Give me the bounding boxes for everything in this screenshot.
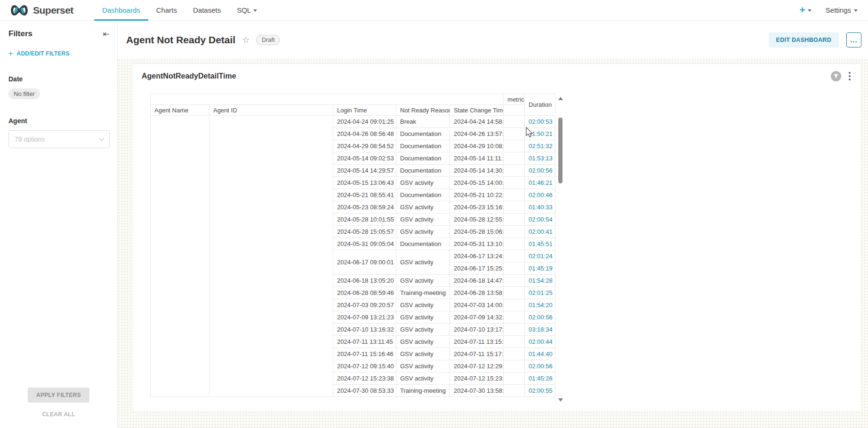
state-change-time-cell: 2024-05-21 10:22:22 <box>450 189 504 201</box>
duration-cell: 02:00:54 <box>525 214 555 226</box>
col-header-not-ready-reason: Not Ready Reason <box>396 105 450 116</box>
metric-spacer-cell <box>504 262 525 275</box>
nav-tab-sql-label: SQL <box>237 6 251 14</box>
duration-cell: 02:00:46 <box>525 189 555 201</box>
collapse-filter-panel-icon[interactable]: ⇤ <box>103 30 110 38</box>
date-filter-value-chip[interactable]: No filter <box>8 88 40 99</box>
kebab-menu-icon[interactable] <box>848 71 852 81</box>
plus-icon: + <box>8 50 13 57</box>
duration-cell: 01:54:20 <box>525 299 555 311</box>
state-change-time-cell: 2024-06-28 13:58:57 <box>450 287 504 299</box>
settings-menu-button[interactable]: Settings <box>826 6 858 14</box>
metric-spacer-cell <box>504 311 525 324</box>
page-title: Agent Not Ready Detail <box>126 34 235 46</box>
table-row: 2024-04-24 09:01:25Break2024-04-24 14:58… <box>151 116 555 128</box>
metric-spacer-cell <box>504 116 525 128</box>
new-item-button[interactable]: + <box>800 6 812 15</box>
scroll-down-icon[interactable] <box>558 398 563 402</box>
not-ready-reason-cell: GSV activity <box>396 311 450 324</box>
col-header-agent-id: Agent ID <box>209 105 333 116</box>
nav-tab-sql[interactable]: SQL <box>229 0 265 20</box>
metric-spacer-cell <box>504 299 525 311</box>
not-ready-reason-cell: GSV activity <box>396 250 450 275</box>
dashboard-header: Agent Not Ready Detail ☆ Draft EDIT DASH… <box>118 21 868 59</box>
state-change-time-cell: 2024-05-28 15:06:16 <box>450 226 504 238</box>
not-ready-reason-cell: Documentation <box>396 165 450 177</box>
filters-sidebar: Filters ⇤ + ADD/EDIT FILTERS Date No fil… <box>0 21 118 428</box>
scrollbar-thumb[interactable] <box>558 118 563 183</box>
state-change-time-cell: 2024-07-11 15:17:05 <box>450 348 504 360</box>
nav-tab-datasets[interactable]: Datasets <box>185 0 229 20</box>
duration-cell: 01:45:19 <box>525 262 555 275</box>
not-ready-reason-cell: Documentation <box>396 152 450 165</box>
metric-spacer-cell <box>504 201 525 214</box>
date-filter-group: Date No filter <box>8 75 110 99</box>
login-time-cell: 2024-05-21 08:55:41 <box>333 189 396 201</box>
login-time-cell: 2024-07-03 09:20:57 <box>333 299 396 311</box>
state-change-time-cell: 2024-05-28 12:55:32 <box>450 214 504 226</box>
nav-tab-dashboards[interactable]: Dashboards <box>94 0 148 20</box>
duration-cell: 01:46:21 <box>525 177 555 189</box>
not-ready-reason-cell: GSV activity <box>396 201 450 214</box>
not-ready-reason-cell: GSV activity <box>396 214 450 226</box>
not-ready-reason-cell: GSV activity <box>396 275 450 287</box>
header-corner-cell <box>151 94 504 105</box>
login-time-cell: 2024-05-14 14:29:57 <box>333 165 396 177</box>
duration-cell: 01:45:51 <box>525 238 555 250</box>
favorite-star-icon[interactable]: ☆ <box>242 35 249 45</box>
filter-indicator-icon[interactable] <box>831 71 841 81</box>
metric-spacer-cell <box>504 226 525 238</box>
state-change-time-cell: 2024-04-26 13:57:11 <box>450 128 504 140</box>
metric-spacer-cell <box>504 324 525 336</box>
login-time-cell: 2024-05-28 10:01:55 <box>333 214 396 226</box>
metric-spacer-cell <box>504 140 525 152</box>
top-nav: Superset Dashboards Charts Datasets SQL … <box>0 0 868 21</box>
infinity-logo-icon <box>9 4 29 17</box>
not-ready-reason-cell: GSV activity <box>396 360 450 373</box>
state-change-time-cell: 2024-07-30 13:58:22 <box>450 385 504 397</box>
agent-filter-label: Agent <box>8 117 110 125</box>
duration-cell: 02:00:41 <box>525 226 555 238</box>
not-ready-reason-cell: Documentation <box>396 238 450 250</box>
metric-spacer-cell <box>504 128 525 140</box>
dashboard-canvas: AgentNotReadyDetailTime <box>118 59 868 428</box>
duration-column-header: Duration <box>525 94 555 116</box>
add-edit-filters-button[interactable]: + ADD/EDIT FILTERS <box>8 50 110 57</box>
duration-cell: 03:18:34 <box>525 324 555 336</box>
duration-cell: 02:01:25 <box>525 287 555 299</box>
brand-name: Superset <box>33 5 73 16</box>
superset-app: Superset Dashboards Charts Datasets SQL … <box>0 0 868 428</box>
not-ready-reason-cell: GSV activity <box>396 373 450 385</box>
apply-filters-button[interactable]: APPLY FILTERS <box>28 388 89 403</box>
duration-cell: 01:54:28 <box>525 275 555 287</box>
draft-status-badge: Draft <box>256 35 280 45</box>
login-time-cell: 2024-07-10 13:16:32 <box>333 324 396 336</box>
main-nav: Dashboards Charts Datasets SQL <box>94 0 265 20</box>
duration-cell: 02:01:24 <box>525 250 555 262</box>
state-change-time-cell: 2024-07-11 13:15:22 <box>450 336 504 348</box>
duration-cell: 01:44:40 <box>525 348 555 360</box>
login-time-cell: 2024-05-28 15:05:57 <box>333 226 396 238</box>
login-time-cell: 2024-05-23 08:59:24 <box>333 201 396 214</box>
state-change-time-cell: 2024-05-14 11:11:28 <box>450 152 504 165</box>
agent-filter-select[interactable]: 79 options <box>8 130 110 148</box>
duration-cell: 01:50:21 <box>525 128 555 140</box>
duration-cell: 02:51:32 <box>525 140 555 152</box>
scroll-up-icon[interactable] <box>558 97 563 100</box>
pivot-table-wrapper: metric Duration Agent Name Agent ID Logi… <box>150 94 555 397</box>
duration-cell: 01:45:26 <box>525 373 555 385</box>
table-scrollbar[interactable] <box>557 96 564 403</box>
clear-all-button[interactable]: CLEAR ALL <box>0 411 117 418</box>
metric-spacer-cell <box>504 360 525 373</box>
chart-card: AgentNotReadyDetailTime <box>133 63 861 412</box>
not-ready-reason-cell: Training-meeting <box>396 385 450 397</box>
superset-logo[interactable]: Superset <box>9 0 73 20</box>
duration-cell: 02:00:53 <box>525 116 555 128</box>
edit-dashboard-button[interactable]: EDIT DASHBOARD <box>769 32 839 48</box>
duration-cell: 02:00:55 <box>525 385 555 397</box>
more-options-button[interactable]: ... <box>846 32 861 48</box>
date-filter-label: Date <box>8 75 110 83</box>
login-time-cell: 2024-07-12 09:15:40 <box>333 360 396 373</box>
login-time-cell: 2024-04-24 09:01:25 <box>333 116 396 128</box>
nav-tab-charts[interactable]: Charts <box>148 0 185 20</box>
